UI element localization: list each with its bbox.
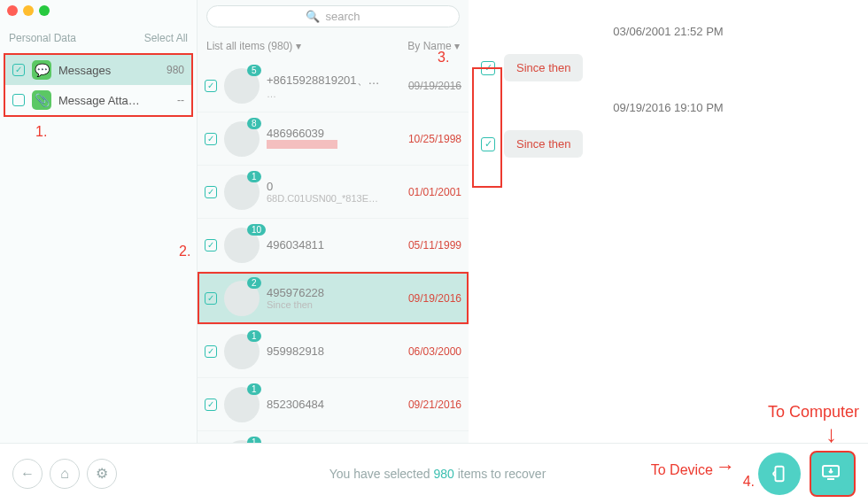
- avatar: 2: [224, 281, 260, 316]
- message-bubble[interactable]: Since then: [504, 130, 583, 158]
- contacts-column: 🔍 search List all items (980) ▾ By Name …: [198, 0, 469, 443]
- message-row: Since then: [481, 130, 856, 158]
- annotation-4: 4.: [743, 474, 755, 490]
- chevron-down-icon: ▾: [454, 40, 460, 52]
- close-icon[interactable]: [7, 5, 18, 16]
- count-badge: 1: [247, 383, 261, 395]
- contacts-list: 5 +8615928819201、… … 09/19/2016 8 486966…: [198, 59, 469, 443]
- search-placeholder: search: [325, 10, 360, 23]
- message-row: Since then: [481, 54, 856, 81]
- search-input[interactable]: 🔍 search: [206, 5, 460, 27]
- contact-preview: [267, 140, 391, 151]
- sidebar-item-messages[interactable]: 💬 Messages 980: [5, 55, 191, 85]
- contact-date: 09/19/2016: [398, 80, 461, 92]
- select-all-link[interactable]: Select All: [144, 32, 188, 44]
- checkbox-icon[interactable]: [205, 80, 217, 92]
- footer-bar: ← ⌂ ⚙ You have selected 980 items to rec…: [0, 443, 868, 503]
- message-bubble[interactable]: Since then: [504, 54, 583, 81]
- contact-row[interactable]: 8 486966039 10/25/1998: [198, 112, 469, 166]
- checkbox-icon[interactable]: [12, 94, 25, 106]
- sidebar-item-message-attachments[interactable]: 📎 Message Atta… --: [5, 85, 191, 115]
- contact-date: 10/25/1998: [398, 133, 461, 145]
- message-timestamp: 03/06/2001 21:52 PM: [481, 25, 856, 38]
- contact-row[interactable]: 10 496034811 05/11/1999: [198, 219, 469, 272]
- to-device-button[interactable]: [758, 453, 801, 495]
- sidebar-items-box: 💬 Messages 980 📎 Message Atta… --: [4, 53, 193, 117]
- sidebar-item-label: Message Atta…: [58, 94, 170, 107]
- sidebar: Personal Data Select All 💬 Messages 980 …: [0, 0, 198, 443]
- sidebar-head-label: Personal Data: [9, 32, 76, 44]
- contact-name: 959982918: [267, 344, 391, 358]
- checkbox-icon[interactable]: [12, 64, 25, 76]
- annotation-1: 1.: [35, 124, 47, 140]
- phone-icon: [770, 464, 789, 484]
- contact-row[interactable]: 5 +8615928819201、… … 09/19/2016: [198, 59, 469, 112]
- back-button[interactable]: ←: [12, 459, 43, 489]
- arrow-right-icon: →: [716, 455, 735, 478]
- contact-name: 496034811: [267, 238, 391, 252]
- minimize-icon[interactable]: [23, 5, 34, 16]
- contact-name: 852306484: [267, 398, 391, 411]
- status-count: 980: [433, 467, 453, 481]
- contact-name: 495976228: [267, 286, 391, 299]
- annotation-to-device: To Device: [651, 462, 713, 478]
- window-controls[interactable]: [7, 5, 50, 16]
- count-badge: 5: [247, 65, 261, 76]
- annotation-to-computer: To Computer: [768, 403, 859, 422]
- checkbox-icon[interactable]: [205, 292, 217, 305]
- contact-row[interactable]: 1 852306484 09/21/2016: [198, 378, 469, 431]
- attachments-app-icon: 📎: [32, 90, 51, 110]
- contact-date: 09/21/2016: [398, 399, 461, 411]
- checkbox-icon[interactable]: [205, 399, 217, 411]
- count-badge: 1: [247, 330, 261, 342]
- contact-preview: …: [267, 89, 391, 99]
- zoom-icon[interactable]: [39, 5, 50, 16]
- sort-dropdown[interactable]: By Name ▾: [407, 40, 460, 52]
- contact-preview: 68D.C01USN00_*813E…: [267, 193, 391, 204]
- count-badge: 1: [247, 437, 261, 443]
- contact-date: 09/19/2016: [398, 292, 461, 305]
- status-post: items to recover: [454, 467, 546, 481]
- message-pane: 03/06/2001 21:52 PM Since then09/19/2016…: [469, 0, 868, 443]
- contact-date: 05/11/1999: [398, 239, 461, 252]
- avatar: 1: [224, 174, 260, 210]
- search-icon: 🔍: [306, 10, 320, 23]
- messages-app-icon: 💬: [32, 60, 51, 80]
- checkbox-icon[interactable]: [205, 133, 217, 145]
- avatar: 10: [224, 228, 260, 263]
- avatar: 1: [224, 387, 260, 422]
- to-computer-button[interactable]: [810, 451, 856, 497]
- avatar: 5: [224, 68, 260, 104]
- home-button[interactable]: ⌂: [50, 459, 80, 489]
- checkbox-icon[interactable]: [205, 186, 217, 198]
- list-filter-dropdown[interactable]: List all items (980) ▾: [206, 40, 301, 52]
- contact-row[interactable]: 1 0 68D.C01USN00_*813E… 01/01/2001: [198, 166, 469, 219]
- sidebar-item-count: 980: [167, 64, 184, 76]
- chevron-down-icon: ▾: [296, 40, 301, 52]
- arrow-down-icon: ↓: [825, 421, 837, 448]
- count-badge: 1: [247, 171, 261, 182]
- count-badge: 2: [247, 277, 261, 289]
- annotation-2: 2.: [179, 244, 190, 259]
- contact-row[interactable]: 1 959982918 06/03/2000: [198, 325, 469, 378]
- monitor-download-icon: [820, 461, 841, 483]
- avatar: 8: [224, 121, 260, 157]
- contact-date: 01/01/2001: [398, 186, 461, 198]
- avatar: 1: [224, 334, 260, 369]
- checkbox-icon[interactable]: [481, 61, 495, 75]
- settings-button[interactable]: ⚙: [87, 459, 117, 489]
- contact-name: 486966039: [267, 127, 391, 140]
- sidebar-item-count: --: [177, 94, 184, 106]
- checkbox-icon[interactable]: [481, 137, 495, 151]
- message-timestamp: 09/19/2016 19:10 PM: [481, 101, 856, 114]
- contact-row[interactable]: 1 lucy: [198, 431, 469, 443]
- contact-date: 06/03/2000: [398, 345, 461, 358]
- contact-row[interactable]: 2 495976228 Since then 09/19/2016: [198, 272, 469, 325]
- annotation-3: 3.: [438, 50, 449, 66]
- list-filter-label: List all items (980): [206, 40, 292, 52]
- checkbox-icon[interactable]: [205, 239, 217, 252]
- status-pre: You have selected: [329, 467, 434, 481]
- contact-preview: Since then: [267, 299, 391, 310]
- sidebar-item-label: Messages: [58, 64, 159, 77]
- checkbox-icon[interactable]: [205, 345, 217, 358]
